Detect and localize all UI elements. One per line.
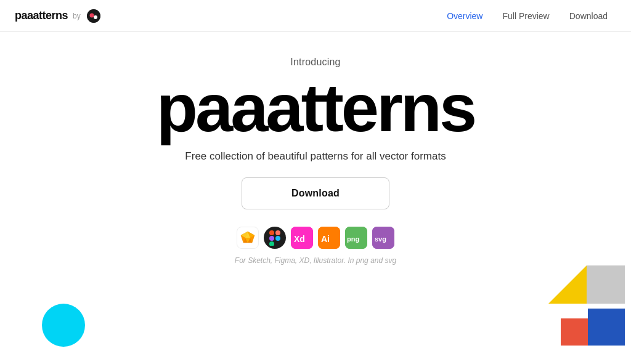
nav-by-label: by bbox=[73, 12, 81, 20]
svg-text:Xd: Xd bbox=[294, 234, 305, 244]
gray-rect-shape bbox=[587, 265, 625, 304]
ai-icon: Ai bbox=[318, 227, 340, 249]
svg-rect-14 bbox=[275, 230, 280, 235]
hero-subtitle: Free collection of beautiful patterns fo… bbox=[185, 150, 446, 163]
navbar: paaatterns by Overview Full Preview Down… bbox=[0, 0, 631, 32]
nav-links: Overview Full Preview Download bbox=[438, 7, 616, 25]
yellow-triangle-shape bbox=[548, 265, 587, 304]
svg-point-1 bbox=[89, 13, 94, 17]
figma-logo bbox=[269, 230, 281, 246]
intro-label: Introducing bbox=[290, 57, 340, 68]
svg-text:svg: svg bbox=[375, 235, 386, 243]
logo-text: paaatterns bbox=[15, 9, 68, 22]
png-logo: png bbox=[345, 227, 367, 249]
nav-link-full-preview[interactable]: Full Preview bbox=[494, 7, 558, 25]
svg-logo: svg bbox=[372, 227, 394, 249]
svg-point-2 bbox=[94, 15, 97, 19]
nav-link-overview[interactable]: Overview bbox=[438, 7, 491, 25]
orange-rect-shape bbox=[561, 318, 588, 346]
bottom-right-shapes bbox=[532, 259, 631, 364]
cyan-circle-shape bbox=[42, 304, 85, 347]
figma-icon bbox=[264, 227, 286, 249]
caption-text: For Sketch, Figma, XD, Illustrator. In p… bbox=[235, 256, 396, 265]
xd-logo: Xd bbox=[291, 227, 313, 249]
nav-avatar bbox=[87, 9, 100, 23]
svg-rect-13 bbox=[269, 230, 274, 235]
svg-point-17 bbox=[275, 236, 280, 241]
app-icons-row: Xd Ai png svg bbox=[237, 227, 394, 249]
png-icon: png bbox=[345, 227, 367, 249]
download-button[interactable]: Download bbox=[242, 177, 389, 209]
main-content: Introducing paaatterns Free collection o… bbox=[0, 32, 631, 265]
ai-logo: Ai bbox=[318, 227, 340, 249]
hero-title: paaatterns bbox=[157, 74, 474, 142]
blue-rect-shape bbox=[588, 309, 625, 346]
sketch-icon bbox=[237, 227, 259, 249]
nav-link-download[interactable]: Download bbox=[561, 7, 616, 25]
sketch-logo bbox=[240, 230, 256, 245]
avatar-icon bbox=[87, 9, 100, 23]
nav-logo-area: paaatterns by bbox=[15, 9, 100, 23]
svg-rect-16 bbox=[269, 241, 274, 246]
svg-icon: svg bbox=[372, 227, 394, 249]
xd-icon: Xd bbox=[291, 227, 313, 249]
svg-rect-15 bbox=[269, 236, 274, 241]
svg-text:png: png bbox=[347, 235, 359, 243]
svg-text:Ai: Ai bbox=[321, 234, 330, 244]
